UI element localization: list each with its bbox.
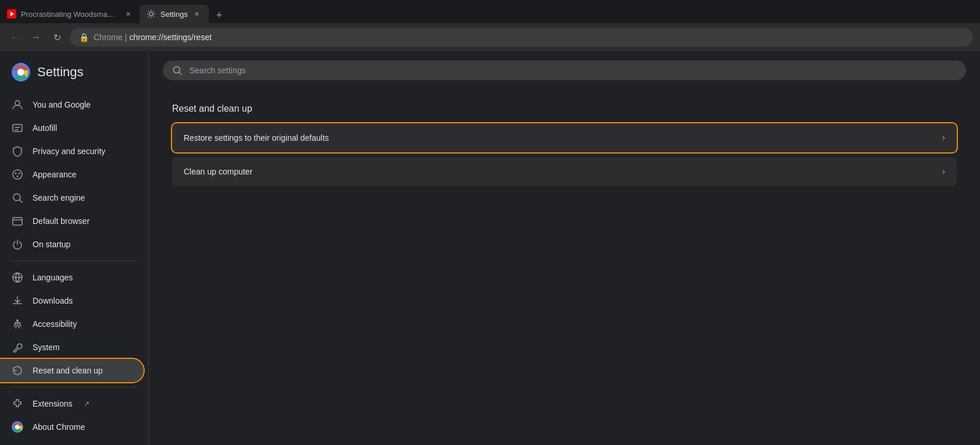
reload-button[interactable]: ↻ (49, 29, 65, 45)
svg-point-7 (13, 170, 22, 179)
sidebar-divider-1 (12, 261, 137, 261)
sidebar-label-reset: Reset and clean up (33, 366, 103, 375)
sidebar-label-languages: Languages (33, 273, 73, 282)
tab-settings-title: Settings (160, 10, 188, 19)
sidebar-item-reset-cleanup[interactable]: Reset and clean up (0, 359, 144, 382)
search-icon (12, 192, 23, 204)
svg-point-10 (17, 176, 19, 177)
person-icon (12, 99, 23, 111)
sidebar-label-you-and-google: You and Google (33, 100, 91, 109)
tab-youtube[interactable]: Procrastinating Woodsman - You... ✕ (0, 5, 140, 23)
url-separator: | (125, 33, 127, 42)
sidebar-item-about-chrome[interactable]: About Chrome (0, 415, 144, 439)
sidebar-label-autofill: Autofill (33, 123, 57, 133)
page: Settings You and Google (0, 51, 980, 445)
tab-youtube-close[interactable]: ✕ (123, 9, 133, 19)
svg-point-14 (16, 319, 19, 322)
chrome-icon (12, 421, 23, 433)
sidebar-item-system[interactable]: System (0, 336, 144, 359)
svg-point-9 (19, 173, 20, 175)
external-link-icon: ↗ (84, 400, 90, 408)
address-bar: ← → ↻ 🔒 Chrome | chrome://settings/reset (0, 23, 980, 51)
sidebar-label-privacy: Privacy and security (33, 147, 105, 156)
cleanup-computer-row[interactable]: Clean up computer › (172, 157, 957, 186)
globe-icon (12, 272, 23, 283)
download-icon (12, 295, 23, 307)
restore-defaults-label: Restore settings to their original defau… (184, 133, 329, 143)
svg-point-17 (174, 67, 180, 73)
puzzle-icon (12, 398, 23, 410)
accessibility-icon (12, 318, 23, 330)
search-input[interactable] (189, 66, 957, 75)
sidebar-item-search-engine[interactable]: Search engine (0, 186, 144, 209)
restore-defaults-arrow: › (942, 133, 945, 143)
settings-page-title: Settings (37, 65, 84, 80)
sidebar-label-search: Search engine (33, 193, 85, 202)
sidebar: Settings You and Google (0, 51, 149, 445)
reset-icon (12, 365, 23, 376)
svg-point-5 (15, 101, 20, 105)
main-content: Reset and clean up Restore settings to t… (149, 51, 980, 445)
sidebar-item-autofill[interactable]: Autofill (0, 116, 144, 140)
palette-icon (12, 169, 23, 180)
svg-point-16 (15, 425, 20, 429)
sidebar-label-default-browser: Default browser (33, 216, 90, 226)
url-text: Chrome | chrome://settings/reset (94, 33, 212, 42)
sidebar-item-privacy-security[interactable]: Privacy and security (0, 140, 144, 163)
sidebar-item-accessibility[interactable]: Accessibility (0, 312, 144, 336)
content-area: Reset and clean up Restore settings to t… (149, 90, 980, 205)
restore-defaults-row[interactable]: Restore settings to their original defau… (172, 123, 957, 152)
sidebar-label-downloads: Downloads (33, 296, 73, 305)
power-icon (12, 238, 23, 250)
svg-point-2 (149, 12, 153, 16)
sidebar-item-downloads[interactable]: Downloads (0, 289, 144, 312)
url-bar[interactable]: 🔒 Chrome | chrome://settings/reset (70, 28, 973, 47)
chrome-logo-icon (12, 63, 30, 81)
svg-rect-12 (13, 218, 22, 225)
browser-icon (12, 215, 23, 227)
browser-frame: Procrastinating Woodsman - You... ✕ Sett… (0, 0, 980, 445)
svg-rect-6 (13, 124, 22, 131)
sidebar-item-languages[interactable]: Languages (0, 266, 144, 289)
sidebar-label-accessibility: Accessibility (33, 319, 77, 329)
sidebar-item-appearance[interactable]: Appearance (0, 163, 144, 186)
url-prefix: Chrome (94, 33, 123, 42)
sidebar-label-about-chrome: About Chrome (33, 422, 85, 432)
autofill-icon (12, 122, 23, 134)
sidebar-item-default-browser[interactable]: Default browser (0, 209, 144, 233)
section-title: Reset and clean up (172, 104, 957, 114)
forward-button[interactable]: → (28, 29, 44, 45)
wrench-icon (12, 341, 23, 353)
sidebar-label-extensions: Extensions (33, 399, 72, 408)
tab-bar: Procrastinating Woodsman - You... ✕ Sett… (0, 0, 980, 23)
restore-settings-card: Restore settings to their original defau… (172, 123, 957, 152)
sidebar-label-system: System (33, 343, 60, 352)
settings-header: Settings (0, 56, 148, 88)
svg-point-8 (15, 173, 17, 175)
sidebar-item-you-and-google[interactable]: You and Google (0, 93, 144, 116)
tab-settings-close[interactable]: ✕ (192, 9, 202, 19)
tab-settings[interactable]: Settings ✕ (140, 5, 209, 23)
cleanup-computer-arrow: › (942, 166, 945, 177)
sidebar-divider-2 (12, 387, 137, 387)
back-button[interactable]: ← (7, 29, 23, 45)
new-tab-button[interactable]: + (211, 7, 227, 23)
sidebar-label-appearance: Appearance (33, 170, 77, 179)
cleanup-computer-card: Clean up computer › (172, 157, 957, 186)
sidebar-label-on-startup: On startup (33, 240, 70, 249)
tab-youtube-title: Procrastinating Woodsman - You... (21, 10, 119, 19)
svg-point-4 (17, 69, 24, 76)
url-path: chrome://settings/reset (129, 33, 212, 42)
youtube-favicon (7, 9, 16, 19)
sidebar-item-on-startup[interactable]: On startup (0, 233, 144, 256)
search-bar[interactable] (163, 60, 966, 80)
search-bar-container (149, 51, 980, 90)
search-icon (172, 65, 183, 76)
settings-favicon (146, 9, 156, 19)
shield-icon (12, 145, 23, 157)
sidebar-item-extensions[interactable]: Extensions ↗ (0, 392, 144, 415)
security-icon: 🔒 (79, 33, 89, 42)
cleanup-computer-label: Clean up computer (184, 167, 252, 176)
